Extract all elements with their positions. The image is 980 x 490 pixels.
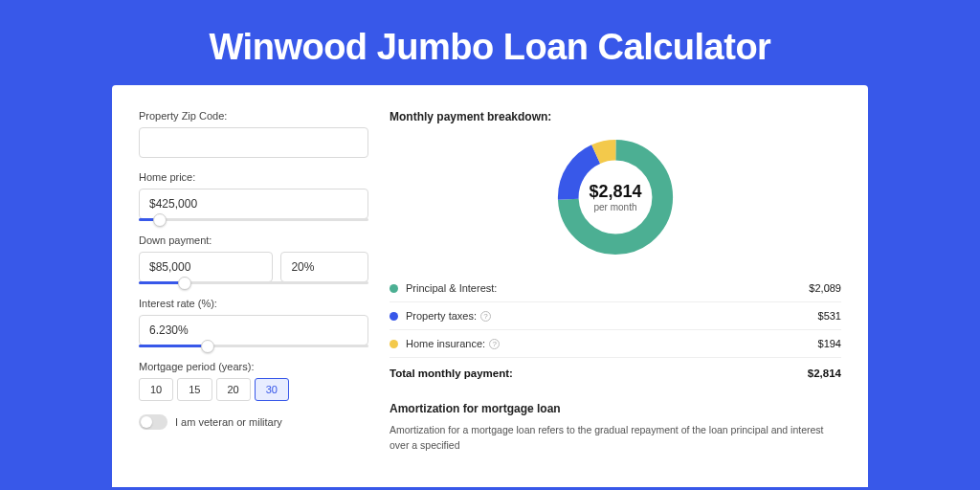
legend-principal: Principal & Interest: $2,089 <box>390 275 841 302</box>
period-label: Mortgage period (years): <box>139 361 368 372</box>
slider-thumb[interactable] <box>153 213 167 227</box>
zip-label: Property Zip Code: <box>139 110 368 122</box>
legend-value: $194 <box>818 338 841 349</box>
page-title: Winwood Jumbo Loan Calculator <box>0 0 980 85</box>
breakdown-column: Monthly payment breakdown: $2,814 per mo… <box>390 110 841 487</box>
legend-label: Principal & Interest: <box>406 282 809 294</box>
down-payment-input[interactable] <box>139 252 273 282</box>
down-payment-pct-input[interactable] <box>280 252 368 282</box>
home-price-input[interactable] <box>139 189 368 219</box>
zip-input[interactable] <box>139 127 368 158</box>
interest-label: Interest rate (%): <box>139 298 368 309</box>
input-column: Property Zip Code: Home price: Down paym… <box>139 110 368 487</box>
dot-icon <box>390 340 398 348</box>
period-btn-10[interactable]: 10 <box>139 378 173 401</box>
interest-slider[interactable] <box>139 345 368 347</box>
slider-thumb[interactable] <box>201 340 214 353</box>
info-icon[interactable]: ? <box>480 311 491 322</box>
breakdown-title: Monthly payment breakdown: <box>390 110 841 123</box>
interest-input[interactable] <box>139 315 368 345</box>
zip-field: Property Zip Code: <box>139 110 368 158</box>
home-price-field: Home price: <box>139 171 368 221</box>
veteran-row: I am veteran or military <box>139 414 368 430</box>
down-payment-label: Down payment: <box>139 234 368 246</box>
legend-total: Total monthly payment: $2,814 <box>390 358 841 392</box>
interest-field: Interest rate (%): <box>139 298 368 347</box>
legend-value: $531 <box>818 310 841 322</box>
slider-thumb[interactable] <box>178 277 191 290</box>
legend-label: Property taxes: ? <box>406 310 818 322</box>
amortization-text: Amortization for a mortgage loan refers … <box>390 423 841 454</box>
donut-sub: per month <box>589 202 641 212</box>
period-btn-15[interactable]: 15 <box>177 378 212 401</box>
dot-icon <box>390 284 398 293</box>
donut-chart: $2,814 per month <box>390 135 841 259</box>
down-payment-field: Down payment: <box>139 234 368 284</box>
donut-amount: $2,814 <box>589 182 641 202</box>
total-label: Total monthly payment: <box>390 368 808 379</box>
period-field: Mortgage period (years): 10 15 20 30 <box>139 361 368 401</box>
down-payment-slider[interactable] <box>139 281 368 284</box>
amortization-title: Amortization for mortgage loan <box>390 402 841 415</box>
legend-value: $2,089 <box>809 282 841 294</box>
dot-icon <box>390 312 398 321</box>
calculator-card: Property Zip Code: Home price: Down paym… <box>112 85 868 487</box>
veteran-label: I am veteran or military <box>175 416 282 428</box>
veteran-toggle[interactable] <box>139 414 167 430</box>
legend-insurance: Home insurance: ? $194 <box>390 330 841 358</box>
legend-label: Home insurance: ? <box>406 338 818 349</box>
legend-taxes: Property taxes: ? $531 <box>390 302 841 330</box>
info-icon[interactable]: ? <box>489 339 500 349</box>
period-group: 10 15 20 30 <box>139 378 368 401</box>
period-btn-20[interactable]: 20 <box>216 378 251 401</box>
home-price-label: Home price: <box>139 171 368 183</box>
total-value: $2,814 <box>808 368 841 379</box>
period-btn-30[interactable]: 30 <box>255 378 289 401</box>
home-price-slider[interactable] <box>139 218 368 221</box>
